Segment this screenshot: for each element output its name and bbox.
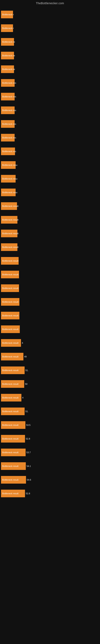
bar-row: Bottleneck res <box>1 144 98 158</box>
bar-value: 53.5 <box>26 424 30 426</box>
bar-value: 54.1 <box>27 465 31 467</box>
bar-row: Bottleneck result <box>1 199 98 213</box>
bar-value: 52.8 <box>26 492 30 495</box>
bar-label: Bottleneck result <box>1 492 19 495</box>
bar-label: Bottleneck r <box>1 26 15 30</box>
bar-row: Bottleneck r <box>1 8 98 21</box>
bar-row: Bottleneck resu <box>1 158 98 172</box>
bar-row: 54.1Bottleneck result <box>1 459 98 473</box>
bar-value: 52.8 <box>26 438 30 440</box>
bar-label: Bottleneck result <box>1 382 19 386</box>
bar-row: Bottleneck re <box>1 35 98 49</box>
bar-label: Bottleneck res <box>1 136 17 139</box>
bar-label: Bottleneck resu <box>1 177 18 180</box>
bar-label: Bottleneck res <box>1 109 17 112</box>
bar-row: Bottleneck r <box>1 21 98 35</box>
bar-label: Bottleneck result <box>1 218 19 222</box>
bar-value: 4 <box>22 342 23 344</box>
bar-row: 52.8Bottleneck result <box>1 432 98 446</box>
bar-row: 4Bottleneck result <box>1 336 98 350</box>
bar-row: Bottleneck resu <box>1 186 98 199</box>
bar-label: Bottleneck result <box>1 464 19 468</box>
bar-label: Bottleneck result <box>1 314 19 317</box>
bar-label: Bottleneck re <box>1 68 16 71</box>
bar-value: 49 <box>24 356 27 358</box>
bar-label: Bottleneck result <box>1 396 19 399</box>
bar-row: Bottleneck res <box>1 117 98 131</box>
bar-value: 4 <box>22 396 23 399</box>
bar-row: Bottleneck res <box>1 131 98 144</box>
bar-label: Bottleneck re <box>1 40 16 44</box>
bar-label: Bottleneck result <box>1 232 19 235</box>
bar-label: Bottleneck res <box>1 122 17 126</box>
bar-row: 52.8Bottleneck result <box>1 486 98 500</box>
bar-value: 50 <box>25 383 27 385</box>
bar-row: 54.6Bottleneck result <box>1 473 98 486</box>
bar-row: Bottleneck res <box>1 76 98 90</box>
bar-label: Bottleneck result <box>1 355 19 358</box>
bar-row: 53.7Bottleneck result <box>1 446 98 459</box>
bar-row: 4Bottleneck result <box>1 391 98 404</box>
bar-label: Bottleneck result <box>1 410 19 413</box>
bar-label: Bottleneck result <box>1 478 19 482</box>
bar-label: Bottleneck resu <box>1 191 18 194</box>
bar-row: Bottleneck re <box>1 49 98 62</box>
bar-label: Bottleneck result <box>1 204 19 208</box>
bar-row: 50Bottleneck result <box>1 377 98 391</box>
bar-label: Bottleneck result <box>1 300 19 304</box>
bar-row: Bottleneck result <box>1 295 98 309</box>
bar-row: Bottleneck result <box>1 309 98 322</box>
bar-row: Bottleneck result <box>1 281 98 295</box>
bar-label: Bottleneck result <box>1 328 19 331</box>
bar-label: Bottleneck result <box>1 273 19 276</box>
bar-label: Bottleneck result <box>1 259 19 262</box>
bar-row: 51.Bottleneck result <box>1 364 98 377</box>
site-title: TheBottlenecker.com <box>0 0 100 6</box>
bar-label: Bottleneck result <box>1 424 19 427</box>
bar-row: Bottleneck res <box>1 90 98 104</box>
bar-row: Bottleneck result <box>1 268 98 281</box>
bar-row: Bottleneck result <box>1 226 98 240</box>
bar-label: Bottleneck result <box>1 246 19 249</box>
bar-row: Bottleneck re <box>1 62 98 76</box>
chart-area: Bottleneck rBottleneck rBottleneck reBot… <box>0 6 100 502</box>
bar-row: Bottleneck resu <box>1 172 98 186</box>
bar-label: Bottleneck result <box>1 437 19 440</box>
bar-label: Bottleneck result <box>1 341 19 344</box>
bar-row: Bottleneck result <box>1 254 98 268</box>
bar-value: 51. <box>25 410 28 412</box>
bar-label: Bottleneck result <box>1 369 19 372</box>
bar-row: 51.Bottleneck result <box>1 404 98 418</box>
bar-value: 51. <box>25 369 28 372</box>
bar-label: Bottleneck result <box>1 286 19 290</box>
bar-row: Bottleneck result <box>1 322 98 336</box>
bar-label: Bottleneck res <box>1 95 17 98</box>
bar-row: Bottleneck result <box>1 240 98 254</box>
bar-value: 53.7 <box>26 451 31 454</box>
bar-row: Bottleneck res <box>1 104 98 117</box>
bar-value: 54.6 <box>27 478 31 481</box>
bar-row: 49Bottleneck result <box>1 350 98 364</box>
bar-label: Bottleneck res <box>1 150 17 153</box>
bar-label: Bottleneck re <box>1 54 16 57</box>
bar-label: Bottleneck resu <box>1 164 18 167</box>
bar-row: 53.5Bottleneck result <box>1 418 98 432</box>
bar-label: Bottleneck result <box>1 451 19 454</box>
bar-row: Bottleneck result <box>1 213 98 226</box>
bar-label: Bottleneck res <box>1 81 17 84</box>
bar-label: Bottleneck r <box>1 13 15 16</box>
